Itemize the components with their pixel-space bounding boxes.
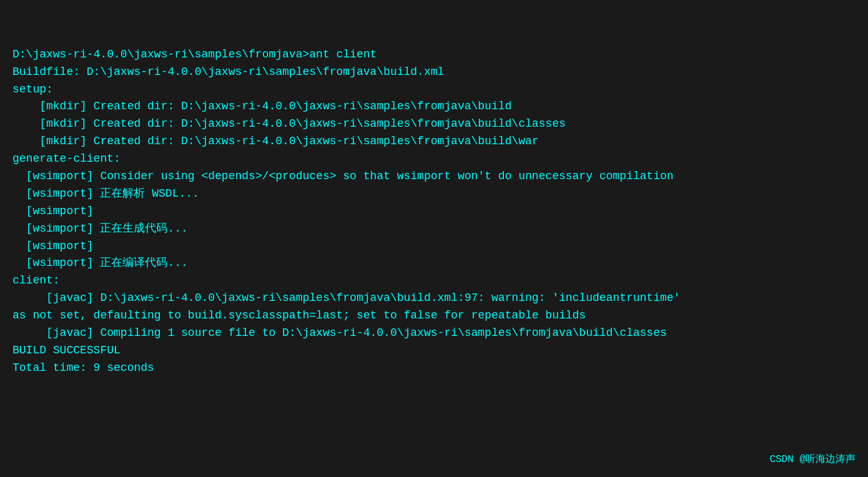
terminal-line: client: [12,272,856,290]
terminal-line: generate-client: [12,150,856,168]
terminal-window: D:\jaxws-ri-4.0.0\jaxws-ri\samples\fromj… [0,0,868,477]
terminal-line: as not set, defaulting to build.sysclass… [12,307,856,325]
terminal-line: [wsimport] Consider using <depends>/<pro… [12,168,856,185]
terminal-line: [wsimport] 正在解析 WSDL... [12,185,856,203]
terminal-line: [wsimport] 正在生成代码... [12,220,856,238]
terminal-line: [javac] Compiling 1 source file to D:\ja… [12,325,856,342]
terminal-line: setup: [12,81,856,99]
terminal-line: [mkdir] Created dir: D:\jaxws-ri-4.0.0\j… [12,98,856,116]
terminal-line: BUILD SUCCESSFUL [12,342,856,360]
terminal-line: D:\jaxws-ri-4.0.0\jaxws-ri\samples\fromj… [12,46,856,64]
terminal-line: [mkdir] Created dir: D:\jaxws-ri-4.0.0\j… [12,116,856,133]
terminal-line: Buildfile: D:\jaxws-ri-4.0.0\jaxws-ri\sa… [12,64,856,81]
watermark: CSDN @听海边涛声 [769,453,856,466]
terminal-line: [wsimport] [12,203,856,220]
terminal-output: D:\jaxws-ri-4.0.0\jaxws-ri\samples\fromj… [12,11,856,377]
terminal-line: [wsimport] [12,238,856,255]
terminal-line: [mkdir] Created dir: D:\jaxws-ri-4.0.0\j… [12,133,856,150]
terminal-line: Total time: 9 seconds [12,360,856,377]
terminal-line: [wsimport] 正在编译代码... [12,255,856,272]
terminal-line: [javac] D:\jaxws-ri-4.0.0\jaxws-ri\sampl… [12,290,856,307]
